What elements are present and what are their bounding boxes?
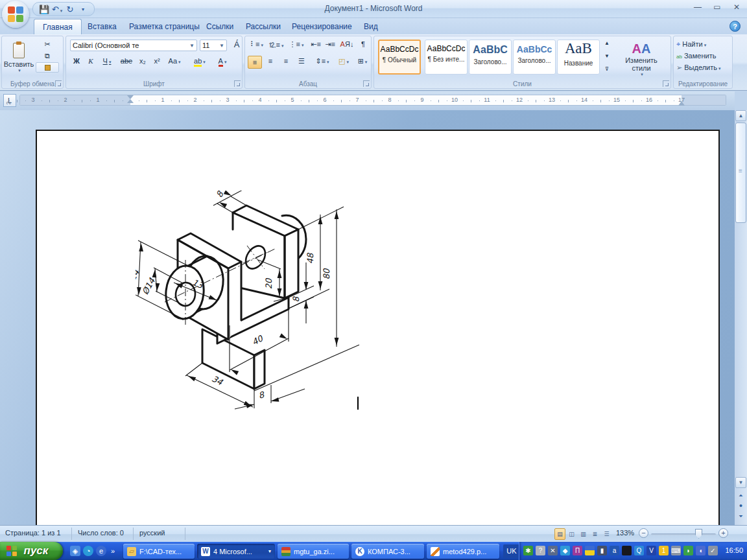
- zoom-level[interactable]: 133%: [616, 529, 634, 537]
- scroll-up-button[interactable]: ▲: [735, 110, 746, 121]
- qat-customize-button[interactable]: ▾: [77, 6, 89, 12]
- copy-button[interactable]: ⧉: [36, 51, 59, 61]
- quick-launch-more-chevron[interactable]: »: [109, 546, 117, 556]
- taskbar-metod-button[interactable]: metod429.p...: [427, 544, 499, 559]
- format-painter-button[interactable]: [36, 62, 59, 73]
- select-browse-object-button[interactable]: ●: [736, 502, 746, 511]
- help-button[interactable]: ?: [729, 21, 741, 32]
- font-color-button[interactable]: А▾: [213, 57, 232, 65]
- key-icon[interactable]: ?: [536, 546, 545, 555]
- numbering-button[interactable]: ⒓≡▾: [267, 40, 285, 50]
- styles-scroll-up[interactable]: ▲: [602, 40, 611, 46]
- fullscreen-view-button[interactable]: ◫: [566, 528, 577, 540]
- styles-scroll-down[interactable]: ▼: [602, 53, 611, 59]
- sort-button[interactable]: АЯ↓: [340, 40, 354, 48]
- style-heading2[interactable]: АаBbСс Заголово...: [513, 40, 556, 75]
- change-case-button[interactable]: Аа▾: [165, 57, 184, 65]
- close-button[interactable]: ✕: [731, 3, 742, 12]
- select-button[interactable]: ➢ Выделить▾: [676, 64, 731, 72]
- paragraph-launcher[interactable]: [363, 80, 370, 87]
- pilcrow-button[interactable]: ¶: [357, 40, 370, 48]
- shield-icon[interactable]: V: [646, 546, 656, 555]
- draft-view-button[interactable]: ☰: [601, 528, 612, 540]
- scroll-down-button[interactable]: ▼: [735, 477, 746, 488]
- taskbar-word-button[interactable]: W 4 Microsof... ▾: [197, 544, 275, 559]
- bold-button[interactable]: Ж: [70, 57, 83, 65]
- quick-launch-messenger-icon[interactable]: ◈: [70, 546, 80, 556]
- page-indicator[interactable]: Страница: 1 из 1: [5, 529, 61, 537]
- minimize-button[interactable]: —: [693, 3, 703, 12]
- update-icon[interactable]: ◆: [560, 546, 570, 555]
- no-network-icon[interactable]: ✕: [548, 546, 558, 555]
- tab-ssylki[interactable]: Ссылки: [198, 19, 242, 34]
- vertical-scrollbar[interactable]: ▲ ▼ ⏶ ● ⏷: [735, 110, 747, 525]
- technical-drawing-image[interactable]: 8Ø24Ø1413208488040348: [136, 191, 361, 414]
- strikethrough-button[interactable]: abe: [118, 57, 135, 65]
- find-button[interactable]: ⌖ Найти▾: [676, 40, 731, 49]
- indent-marker[interactable]: [127, 95, 134, 106]
- style-normal[interactable]: АаBbCcDc ¶ Обычный: [378, 40, 421, 75]
- save-button[interactable]: 💾: [38, 5, 50, 14]
- style-title[interactable]: АаВ Название: [557, 40, 600, 75]
- zoom-out-button[interactable]: −: [639, 528, 648, 538]
- word-count[interactable]: Число слов: 0: [78, 529, 124, 537]
- quick-launch-browser-icon[interactable]: ◔: [83, 546, 93, 556]
- multilevel-button[interactable]: ⋮≡▾: [287, 40, 306, 49]
- undo-button[interactable]: ↶▾: [51, 5, 63, 14]
- document-page[interactable]: 8Ø24Ø1413208488040348: [36, 130, 720, 526]
- tab-glavnaya[interactable]: Главная: [34, 19, 82, 34]
- flag-icon[interactable]: [585, 546, 595, 555]
- change-styles-button[interactable]: АА Изменить стили ▾: [615, 39, 667, 79]
- scrollbar-thumb[interactable]: [735, 122, 746, 223]
- replace-button[interactable]: ab Заменить: [676, 52, 731, 60]
- taskbar-kompas-button[interactable]: K КОМПАС-3...: [351, 544, 424, 559]
- shading-button[interactable]: ◰▾: [335, 57, 353, 65]
- taskbar-folder-button[interactable]: ▱ F:\CAD-тех...: [123, 544, 195, 559]
- language-bar[interactable]: UK: [503, 544, 520, 558]
- cut-button[interactable]: ✂: [36, 39, 59, 49]
- next-page-button[interactable]: ⏷: [736, 512, 746, 521]
- font-size-combo[interactable]: 11▼: [200, 40, 227, 51]
- language-indicator[interactable]: русский: [139, 529, 165, 537]
- print-layout-view-button[interactable]: ▤: [554, 528, 565, 540]
- tab-recenzirovanie[interactable]: Рецензирование: [283, 19, 361, 34]
- horizontal-ruler[interactable]: 1231234567891011121314151617: [19, 95, 726, 106]
- grow-font-button[interactable]: А́: [230, 40, 244, 49]
- right-indent-marker[interactable]: [678, 101, 685, 106]
- office-button[interactable]: [2, 1, 29, 28]
- taskbar-clock[interactable]: 16:50: [725, 546, 743, 554]
- styles-more[interactable]: ⊽: [602, 66, 611, 72]
- font-name-combo[interactable]: Calibri (Основной те▼: [70, 40, 197, 51]
- clipboard-launcher[interactable]: [55, 80, 62, 87]
- usb-icon[interactable]: ✓: [708, 546, 718, 555]
- line-spacing-button[interactable]: ⇕≡▾: [313, 57, 332, 65]
- increase-indent-button[interactable]: ⇥≡: [324, 40, 337, 49]
- tab-rassylki[interactable]: Рассылки: [237, 19, 289, 34]
- decrease-indent-button[interactable]: ⇤≡: [309, 40, 322, 49]
- align-center-button[interactable]: ≡: [263, 57, 278, 65]
- bullets-button[interactable]: ⠇≡▾: [248, 40, 266, 49]
- document-area[interactable]: 8Ø24Ø1413208488040348: [0, 110, 735, 525]
- zoom-slider-thumb[interactable]: [695, 529, 702, 539]
- zoom-slider[interactable]: [651, 533, 716, 535]
- underline-button[interactable]: Ч▾: [99, 57, 115, 65]
- signal-icon[interactable]: ▮: [597, 546, 607, 555]
- tab-razmetka[interactable]: Разметка страницы: [121, 19, 208, 34]
- office-icon[interactable]: П: [573, 546, 582, 555]
- redo-button[interactable]: ↻: [64, 5, 76, 14]
- font-launcher[interactable]: [234, 80, 241, 87]
- tab-vstavka[interactable]: Вставка: [79, 19, 125, 34]
- a-icon[interactable]: a: [610, 546, 619, 555]
- previous-page-button[interactable]: ⏶: [736, 491, 746, 500]
- speaker-icon[interactable]: ◖: [696, 546, 706, 555]
- web-view-button[interactable]: ▥: [578, 528, 589, 540]
- black-icon[interactable]: [622, 546, 632, 555]
- align-right-button[interactable]: ≡: [279, 57, 293, 65]
- italic-button[interactable]: K: [84, 57, 97, 65]
- paste-button[interactable]: Вставить ▾: [5, 38, 33, 78]
- subscript-button[interactable]: x₂: [136, 57, 149, 65]
- tab-selector[interactable]: L: [3, 94, 16, 107]
- superscript-button[interactable]: x²: [150, 57, 163, 65]
- borders-button[interactable]: ⊞▾: [354, 57, 371, 65]
- q-icon[interactable]: Q: [634, 546, 644, 555]
